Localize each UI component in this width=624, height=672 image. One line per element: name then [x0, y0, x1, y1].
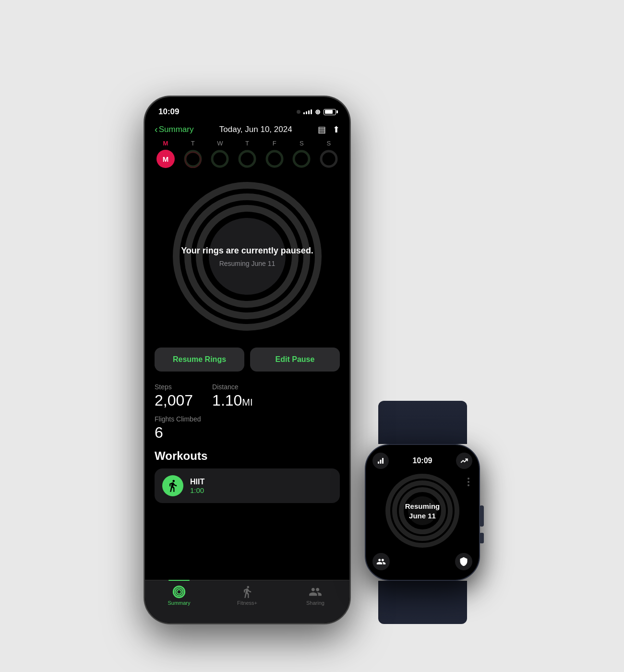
- distance-value: 1.10MI: [212, 392, 253, 409]
- svg-point-6: [321, 151, 336, 167]
- distance-label: Distance: [212, 383, 253, 391]
- workouts-section: Workouts HIIT 1:00: [145, 445, 349, 503]
- rings-inner-text: Your rings are currently paused. Resumin…: [181, 245, 313, 267]
- status-icons: ⊛: [297, 108, 336, 116]
- calendar-icon[interactable]: ▤: [318, 124, 326, 135]
- nav-action-icons: ▤ ⬆: [318, 124, 340, 135]
- watch-side-button: [480, 533, 484, 543]
- workout-card-hiit[interactable]: HIIT 1:00: [155, 468, 340, 503]
- week-strip: M M T W: [145, 138, 349, 170]
- nav-date: Today, Jun 10, 2024: [197, 125, 314, 134]
- summary-tab-icon: [172, 585, 186, 599]
- wifi-icon: ⊛: [315, 108, 321, 116]
- watch-rings-visual: Resuming June 11: [385, 474, 460, 548]
- hiit-icon: [166, 479, 180, 492]
- battery-icon: [324, 109, 336, 115]
- svg-point-5: [294, 151, 309, 167]
- svg-point-1: [185, 152, 201, 168]
- day-col-t2[interactable]: T: [236, 140, 258, 168]
- scene: 10:09 ⊛: [96, 48, 528, 624]
- day-label-t2: T: [245, 140, 249, 147]
- watch-rings-area: Resuming June 11: [372, 474, 472, 548]
- day-ring-t2: [238, 150, 256, 168]
- signal-bar-1: [303, 112, 305, 114]
- signal-bar-3: [308, 110, 310, 114]
- svg-point-13: [177, 589, 181, 594]
- back-label: Summary: [159, 125, 194, 134]
- share-icon[interactable]: ⬆: [333, 124, 340, 135]
- watch-people-icon: [372, 553, 390, 570]
- workout-val-hiit: 1:00: [190, 486, 204, 494]
- edit-pause-button[interactable]: Edit Pause: [250, 348, 340, 372]
- tab-label-summary: Summary: [168, 600, 190, 606]
- camera-dot-icon: [297, 110, 300, 114]
- watch-status-row: 10:09: [372, 453, 472, 469]
- workout-icon-hiit: [162, 475, 183, 496]
- watch-trend-icon: [456, 453, 472, 469]
- day-ring-s2: [320, 150, 338, 168]
- back-button[interactable]: ‹ Summary: [155, 124, 193, 135]
- day-col-s2[interactable]: S: [318, 140, 340, 168]
- sharing-tab-icon: [309, 585, 322, 599]
- tab-fitnessplus[interactable]: Fitness+: [213, 585, 281, 606]
- back-chevron-icon: ‹: [155, 124, 158, 135]
- day-col-s1[interactable]: S: [290, 140, 312, 168]
- day-label-w: W: [217, 140, 223, 147]
- flights-label: Flights Climbed: [155, 415, 340, 423]
- signal-bars-icon: [303, 109, 312, 114]
- day-label-t1: T: [191, 140, 195, 147]
- steps-stat: Steps 2,007: [155, 383, 193, 409]
- steps-label: Steps: [155, 383, 193, 391]
- watch-resuming-line1: Resuming: [405, 502, 440, 511]
- watch-more-dots: [468, 478, 469, 486]
- watch-chart-icon: [372, 453, 389, 469]
- watch-shield-icon: [455, 553, 472, 570]
- svg-rect-16: [382, 458, 384, 464]
- signal-bar-2: [306, 111, 307, 114]
- watch-rings-text: Resuming June 11: [405, 502, 440, 520]
- tab-sharing[interactable]: Sharing: [281, 585, 349, 606]
- fitnessplus-tab-icon: [240, 585, 254, 599]
- flights-section: Flights Climbed 6: [145, 411, 349, 445]
- day-label-m: M: [163, 140, 168, 147]
- distance-stat: Distance 1.10MI: [212, 383, 253, 409]
- day-col-w[interactable]: W: [209, 140, 231, 168]
- workouts-title: Workouts: [155, 449, 340, 463]
- tab-summary[interactable]: Summary: [145, 585, 213, 606]
- rings-paused-title: Your rings are currently paused.: [181, 245, 313, 256]
- day-col-t1[interactable]: T: [182, 140, 204, 168]
- battery-fill: [325, 110, 333, 114]
- rings-resuming-label: Resuming June 11: [181, 260, 313, 267]
- stats-section: Steps 2,007 Distance 1.10MI: [145, 376, 349, 411]
- watch: 10:09: [365, 401, 480, 624]
- workout-info-hiit: HIIT 1:00: [190, 478, 204, 494]
- day-ring-w: [211, 150, 229, 168]
- day-ring-t1: [184, 150, 202, 168]
- watch-band-top: [378, 401, 467, 444]
- tab-underline: [168, 580, 190, 581]
- status-time: 10:09: [158, 107, 179, 117]
- trend-up-icon: [460, 456, 468, 465]
- shield-icon: [459, 557, 468, 566]
- people-icon: [376, 557, 386, 566]
- signal-bar-4: [311, 109, 312, 114]
- phone-notch: [216, 97, 278, 113]
- watch-body: 10:09: [365, 444, 480, 581]
- day-ring-f: [265, 150, 284, 168]
- tab-label-sharing: Sharing: [306, 600, 324, 606]
- nav-header: ‹ Summary Today, Jun 10, 2024 ▤ ⬆: [145, 121, 349, 138]
- tab-bar: Summary Fitness+ Sharing: [145, 580, 349, 623]
- day-ring-s1: [292, 150, 311, 168]
- watch-screen: 10:09: [366, 445, 479, 580]
- action-buttons: Resume Rings Edit Pause: [145, 343, 349, 376]
- steps-value: 2,007: [155, 392, 193, 409]
- watch-band-bottom: [378, 581, 467, 624]
- day-col-f[interactable]: F: [264, 140, 286, 168]
- phone-screen: 10:09 ⊛: [145, 97, 349, 623]
- svg-point-2: [212, 151, 228, 167]
- bar-chart-icon: [376, 456, 385, 465]
- workout-name-hiit: HIIT: [190, 478, 204, 486]
- svg-point-3: [240, 151, 255, 167]
- resume-rings-button[interactable]: Resume Rings: [155, 348, 244, 372]
- day-col-m[interactable]: M M: [155, 140, 177, 168]
